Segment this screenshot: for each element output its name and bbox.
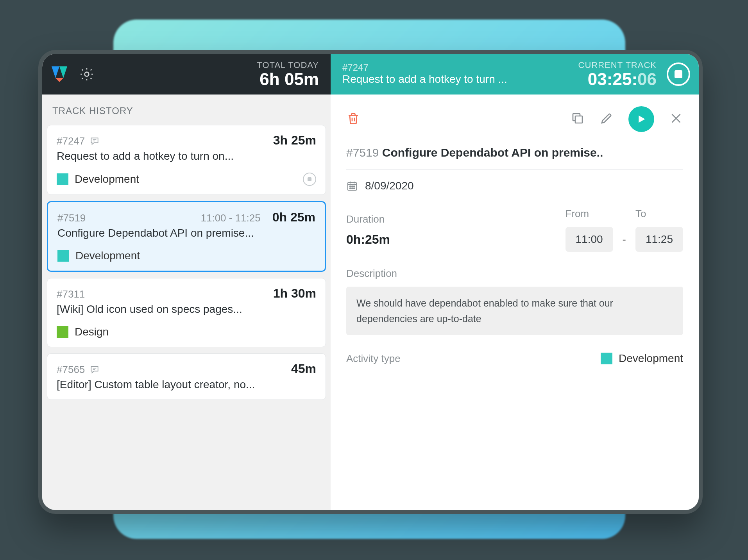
detail-date-row[interactable]: 8/09/2020	[346, 180, 683, 192]
from-input[interactable]: 11:00	[565, 227, 613, 252]
divider	[346, 169, 683, 170]
play-button[interactable]	[628, 106, 654, 132]
svg-marker-0	[52, 66, 59, 78]
card-id: #7247	[57, 135, 85, 147]
app-body: TRACK HISTORY #72473h 25mRequest to add …	[42, 95, 699, 510]
note-icon	[89, 136, 100, 146]
history-list: #72473h 25mRequest to add a hotkey to tu…	[42, 125, 331, 406]
edit-button[interactable]	[599, 111, 614, 127]
svg-rect-4	[575, 116, 582, 123]
time-dash: -	[623, 233, 626, 246]
activity-type-label: Activity type	[346, 353, 601, 365]
card-activity-name: Development	[75, 173, 139, 185]
topbar-left: TOTAL TODAY 6h 05m	[42, 54, 331, 95]
card-title: [Wiki] Old icon used on specs pages...	[57, 303, 316, 316]
card-duration: 45m	[291, 362, 316, 376]
to-label: To	[635, 208, 683, 220]
description-label: Description	[346, 268, 683, 280]
timer-main: 03:25:	[588, 70, 637, 89]
timer-seconds: 06	[637, 70, 657, 89]
current-track-info: #7247 Request to add a hotkey to turn ..…	[342, 62, 571, 86]
duration-value: 0h:25m	[346, 232, 556, 247]
settings-button[interactable]	[79, 66, 95, 82]
current-track-label: CURRENT TRACK	[578, 60, 657, 70]
calendar-icon	[346, 180, 358, 192]
topbar-right: #7247 Request to add a hotkey to turn ..…	[331, 54, 699, 95]
card-top-row: #73111h 30m	[57, 286, 316, 301]
total-today: TOTAL TODAY 6h 05m	[257, 60, 319, 88]
close-button[interactable]	[669, 111, 683, 127]
app-window: TOTAL TODAY 6h 05m #7247 Request to add …	[38, 50, 703, 514]
card-activity-swatch	[57, 250, 69, 262]
detail-issue-title: Configure Dependabot API on premise..	[382, 146, 603, 159]
card-title: [Editor] Custom table layout creator, no…	[57, 378, 316, 391]
detail-issue-id: #7519	[346, 146, 379, 159]
card-activity-swatch	[57, 173, 68, 185]
card-id: #7519	[57, 212, 86, 224]
detail-action-bar	[346, 106, 683, 132]
card-footer: Design	[57, 326, 316, 338]
card-id: #7565	[57, 364, 85, 376]
svg-point-7	[352, 186, 353, 187]
svg-point-6	[350, 186, 351, 187]
card-duration: 3h 25m	[273, 133, 316, 148]
svg-marker-1	[59, 66, 67, 78]
to-input[interactable]: 11:25	[635, 227, 683, 252]
card-duration: 0h 25m	[272, 210, 315, 225]
card-stop-button[interactable]	[303, 173, 316, 186]
description-block: Description We should have dependabot en…	[346, 268, 683, 335]
delete-button[interactable]	[346, 111, 360, 127]
card-top-row: #756545m	[57, 362, 316, 376]
history-card[interactable]: #751911:00 - 11:250h 25mConfigure Depend…	[47, 201, 326, 272]
stop-icon	[675, 70, 682, 78]
total-today-value: 6h 05m	[257, 70, 319, 88]
activity-type-value[interactable]: Development	[619, 352, 683, 365]
app-logo[interactable]	[51, 66, 68, 83]
card-activity-name: Design	[75, 326, 109, 338]
card-activity-swatch	[57, 326, 68, 338]
detail-title: #7519 Configure Dependabot API on premis…	[346, 146, 683, 159]
detail-pane: #7519 Configure Dependabot API on premis…	[331, 95, 699, 510]
card-id: #7311	[57, 288, 85, 300]
card-top-row: #751911:00 - 11:250h 25m	[57, 210, 315, 225]
detail-duration-grid: Duration 0h:25m From 11:00 - To 11:25	[346, 208, 683, 252]
topbar: TOTAL TODAY 6h 05m #7247 Request to add …	[42, 54, 699, 95]
activity-footer: Activity type Development	[346, 352, 683, 365]
card-top-row: #72473h 25m	[57, 133, 316, 148]
card-footer: Development	[57, 250, 315, 262]
history-card[interactable]: #72473h 25mRequest to add a hotkey to tu…	[47, 125, 326, 195]
stop-button[interactable]	[667, 62, 690, 86]
history-card[interactable]: #756545m[Editor] Custom table layout cre…	[47, 353, 326, 400]
copy-button[interactable]	[571, 111, 585, 127]
card-activity-name: Development	[75, 250, 140, 262]
card-footer: Development	[57, 173, 316, 186]
card-duration: 1h 30m	[273, 286, 316, 301]
history-card[interactable]: #73111h 30m[Wiki] Old icon used on specs…	[47, 278, 326, 347]
card-time-range: 11:00 - 11:25	[200, 212, 260, 224]
card-title: Request to add a hotkey to turn on...	[57, 150, 316, 162]
history-header: TRACK HISTORY	[42, 95, 331, 125]
from-label: From	[565, 208, 613, 220]
svg-marker-2	[55, 78, 63, 82]
dash-spacer	[623, 214, 626, 226]
activity-color-swatch	[601, 353, 612, 364]
svg-point-8	[354, 186, 355, 187]
svg-point-11	[354, 188, 355, 189]
detail-date-value: 8/09/2020	[365, 180, 414, 192]
svg-point-10	[352, 188, 353, 189]
card-title: Configure Dependabot API on premise...	[57, 227, 315, 239]
note-icon	[89, 364, 100, 375]
svg-point-3	[85, 72, 89, 77]
total-today-label: TOTAL TODAY	[257, 60, 319, 70]
history-pane: TRACK HISTORY #72473h 25mRequest to add …	[42, 95, 331, 510]
current-timer: 03:25:06	[578, 70, 657, 88]
description-text[interactable]: We should have dependabot enabled to mak…	[346, 287, 683, 335]
current-timer-block: CURRENT TRACK 03:25:06	[578, 60, 657, 88]
current-issue-id: #7247	[342, 62, 571, 73]
svg-point-9	[350, 188, 351, 189]
duration-label: Duration	[346, 213, 556, 225]
current-issue-title: Request to add a hotkey to turn ...	[342, 73, 571, 86]
